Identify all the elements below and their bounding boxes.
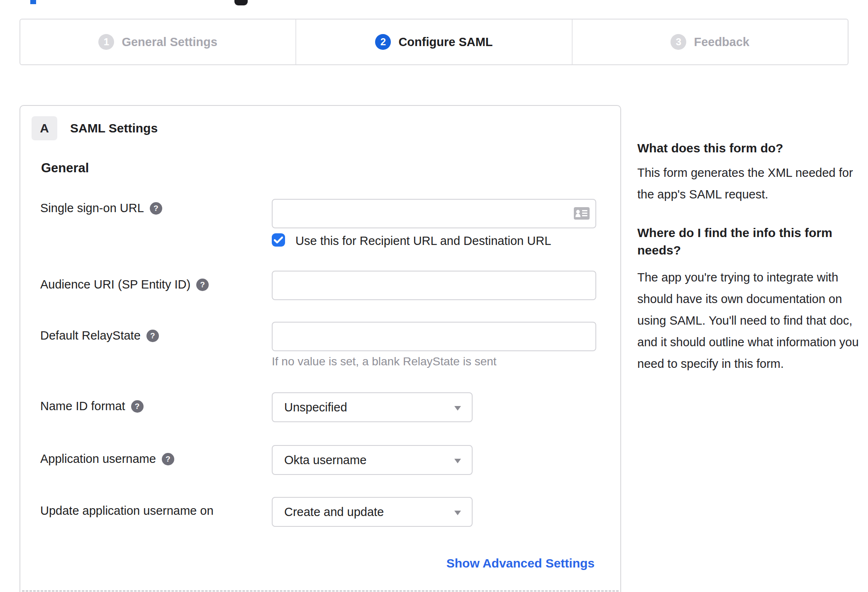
step-3-label: Feedback <box>694 35 749 49</box>
step-1-label: General Settings <box>122 35 217 49</box>
general-section-heading: General <box>41 161 89 176</box>
relay-state-label: Default RelayState <box>40 329 141 342</box>
cutoff-header-blue-fragment <box>30 0 36 4</box>
sidebar-answer-1: This form generates the XML needed for t… <box>637 162 859 205</box>
help-icon[interactable]: ? <box>150 202 162 215</box>
sso-url-input[interactable] <box>272 199 596 228</box>
name-id-format-value: Unspecified <box>284 393 347 421</box>
app-username-label-row: Application username ? <box>40 452 174 466</box>
section-a-badge: A <box>32 116 57 140</box>
help-icon[interactable]: ? <box>162 453 174 465</box>
app-username-select[interactable]: Okta username <box>272 445 473 475</box>
card-title: SAML Settings <box>70 116 158 140</box>
step-configure-saml[interactable]: 2 Configure SAML <box>295 20 571 64</box>
dashed-section-divider <box>22 590 619 592</box>
sidebar-answer-2: The app you're trying to integrate with … <box>637 267 859 374</box>
cutoff-app-logo-fragment <box>234 0 248 5</box>
step-general-settings[interactable]: 1 General Settings <box>20 20 295 64</box>
show-advanced-settings-link[interactable]: Show Advanced Settings <box>446 556 595 570</box>
recipient-url-checkbox[interactable] <box>272 233 285 247</box>
update-username-value: Create and update <box>284 498 384 526</box>
help-icon[interactable]: ? <box>131 400 144 413</box>
sso-url-label: Single sign-on URL <box>40 201 144 215</box>
recipient-url-checkbox-label: Use this for Recipient URL and Destinati… <box>295 234 551 248</box>
dropdown-arrow-icon <box>454 511 461 515</box>
step-3-number-badge: 3 <box>671 34 686 50</box>
sidebar-question-1: What does this form do? <box>637 139 783 157</box>
sso-url-input-wrap <box>272 199 596 228</box>
saml-setup-page: 1 General Settings 2 Configure SAML 3 Fe… <box>0 0 868 592</box>
help-icon[interactable]: ? <box>196 279 209 291</box>
saml-settings-card: A SAML Settings General Single sign-on U… <box>20 105 621 592</box>
wizard-stepper: 1 General Settings 2 Configure SAML 3 Fe… <box>20 19 848 65</box>
name-id-format-select[interactable]: Unspecified <box>272 392 473 422</box>
contact-card-icon <box>574 207 590 220</box>
sso-url-label-row: Single sign-on URL ? <box>40 201 162 215</box>
checkmark-icon <box>274 236 283 244</box>
step-2-label: Configure SAML <box>398 35 493 49</box>
relay-state-hint: If no value is set, a blank RelayState i… <box>272 355 497 368</box>
relay-state-input[interactable] <box>272 322 596 351</box>
help-icon[interactable]: ? <box>146 330 159 342</box>
dropdown-arrow-icon <box>454 459 461 463</box>
name-id-format-label: Name ID format <box>40 399 125 413</box>
step-1-number-badge: 1 <box>98 34 114 50</box>
audience-uri-input[interactable] <box>272 271 596 300</box>
sidebar-question-2: Where do I find the info this form needs… <box>637 224 859 259</box>
step-2-number-badge: 2 <box>375 34 391 50</box>
app-username-value: Okta username <box>284 446 366 474</box>
update-username-label: Update application username on <box>40 504 214 518</box>
name-id-format-label-row: Name ID format ? <box>40 399 144 413</box>
update-username-select[interactable]: Create and update <box>272 497 473 527</box>
relay-state-label-row: Default RelayState ? <box>40 329 159 342</box>
audience-uri-label-row: Audience URI (SP Entity ID) ? <box>40 278 209 291</box>
audience-uri-label: Audience URI (SP Entity ID) <box>40 278 190 291</box>
app-username-label: Application username <box>40 452 156 466</box>
step-feedback[interactable]: 3 Feedback <box>572 20 848 64</box>
dropdown-arrow-icon <box>454 406 461 411</box>
update-username-label-row: Update application username on <box>40 504 214 518</box>
